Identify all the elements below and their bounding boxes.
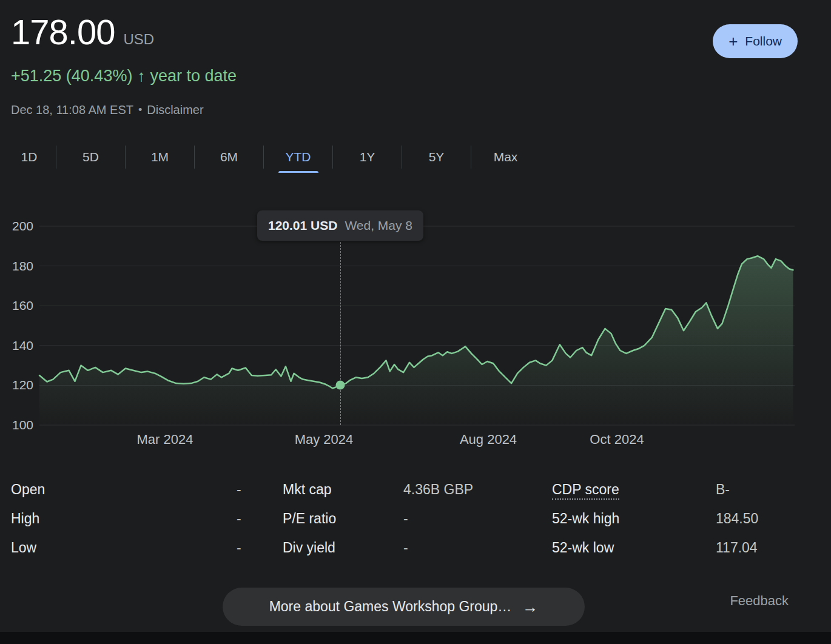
stat-value: - — [237, 481, 241, 498]
stat-value: - — [403, 540, 408, 556]
cdp-score-term[interactable]: CDP score — [552, 481, 619, 500]
more-about-label: More about Games Workshop Group… — [269, 599, 512, 615]
stat-label: P/E ratio — [283, 511, 403, 527]
area-fill — [39, 256, 793, 425]
y-axis: 100120140160180200 — [0, 226, 33, 425]
price-row: 178.00 USD — [11, 11, 154, 53]
stats-column-1: Open - High - Low - — [11, 475, 241, 562]
bottom-bar — [0, 632, 831, 644]
stat-row-mktcap: Mkt cap 4.36B GBP — [283, 475, 473, 504]
separator-dot: • — [138, 104, 142, 116]
stat-label: Open — [11, 481, 237, 498]
follow-label: Follow — [745, 34, 782, 49]
stat-row-low: Low - — [11, 533, 241, 562]
stat-row-pe: P/E ratio - — [283, 504, 473, 533]
stat-label: Low — [11, 540, 237, 556]
stat-label: 52-wk low — [552, 540, 716, 556]
stat-row-high: High - — [11, 504, 241, 533]
y-axis-label: 160 — [0, 298, 33, 313]
y-axis-label: 140 — [0, 338, 33, 353]
tab-5d[interactable]: 5D — [56, 141, 125, 173]
stock-quote-page: 178.00 USD + Follow +51.25 (40.43%) ↑ ye… — [0, 0, 831, 644]
tooltip-price: 120.01 USD — [268, 218, 337, 233]
stat-row-open: Open - — [11, 475, 241, 504]
stat-label: Div yield — [283, 540, 403, 556]
stats-column-3: CDP score B- 52-wk high 184.50 52-wk low… — [552, 475, 758, 562]
x-axis-label: Aug 2024 — [460, 432, 517, 448]
tab-5y[interactable]: 5Y — [402, 141, 471, 173]
chart-line-svg — [39, 226, 795, 425]
stat-row-divyield: Div yield - — [283, 533, 473, 562]
x-axis-label: Mar 2024 — [137, 432, 193, 448]
more-about-button[interactable]: More about Games Workshop Group… → — [223, 588, 585, 626]
stat-value: - — [403, 511, 408, 527]
tab-6m[interactable]: 6M — [195, 141, 263, 173]
currency-label: USD — [123, 31, 154, 48]
tab-1y[interactable]: 1Y — [333, 141, 402, 173]
stat-row-52wk-low: 52-wk low 117.04 — [552, 533, 758, 562]
tab-1m[interactable]: 1M — [126, 141, 194, 173]
x-axis-label: Oct 2024 — [590, 432, 644, 448]
stat-value: - — [237, 540, 241, 556]
stat-value: - — [237, 511, 241, 527]
stat-label: High — [11, 511, 237, 527]
price-change: +51.25 (40.43%) — [11, 67, 132, 86]
y-axis-label: 180 — [0, 259, 33, 273]
follow-button[interactable]: + Follow — [713, 24, 798, 58]
tab-ytd[interactable]: YTD — [264, 141, 332, 173]
x-axis-label: May 2024 — [295, 432, 354, 448]
stat-label: CDP score — [552, 481, 716, 498]
time-range-tabs: 1D 5D 1M 6M YTD 1Y 5Y Max — [2, 141, 540, 173]
stat-value: 117.04 — [716, 540, 758, 556]
tooltip-date: Wed, May 8 — [345, 218, 412, 233]
y-axis-label: 200 — [0, 219, 33, 233]
stat-value: 4.36B GBP — [403, 481, 473, 498]
stat-row-cdp: CDP score B- — [552, 475, 758, 504]
stock-price: 178.00 — [11, 11, 115, 53]
stat-row-52wk-high: 52-wk high 184.50 — [552, 504, 758, 533]
change-period: year to date — [150, 67, 237, 86]
stat-value: B- — [716, 481, 730, 498]
price-chart[interactable] — [39, 226, 795, 425]
right-arrow-icon: → — [522, 599, 538, 615]
x-axis: Mar 2024May 2024Aug 2024Oct 2024 — [39, 432, 795, 450]
chart-tooltip: 120.01 USD Wed, May 8 — [257, 210, 423, 241]
y-axis-label: 100 — [0, 418, 33, 432]
stat-value: 184.50 — [716, 511, 758, 527]
tab-max[interactable]: Max — [471, 141, 540, 173]
stat-label: 52-wk high — [552, 511, 716, 527]
quote-timestamp: Dec 18, 11:08 AM EST — [11, 103, 133, 117]
quote-meta-row: Dec 18, 11:08 AM EST • Disclaimer — [11, 103, 204, 117]
feedback-link[interactable]: Feedback — [730, 593, 789, 609]
up-arrow-icon: ↑ — [137, 67, 145, 86]
disclaimer-link[interactable]: Disclaimer — [147, 103, 203, 117]
tab-1d[interactable]: 1D — [2, 141, 56, 173]
crosshair-line — [340, 242, 341, 425]
plus-icon: + — [728, 33, 738, 49]
hover-point-dot — [336, 381, 345, 390]
y-axis-label: 120 — [0, 378, 33, 392]
stats-column-2: Mkt cap 4.36B GBP P/E ratio - Div yield … — [283, 475, 473, 562]
price-change-row: +51.25 (40.43%) ↑ year to date — [11, 67, 237, 86]
stat-label: Mkt cap — [283, 481, 403, 498]
